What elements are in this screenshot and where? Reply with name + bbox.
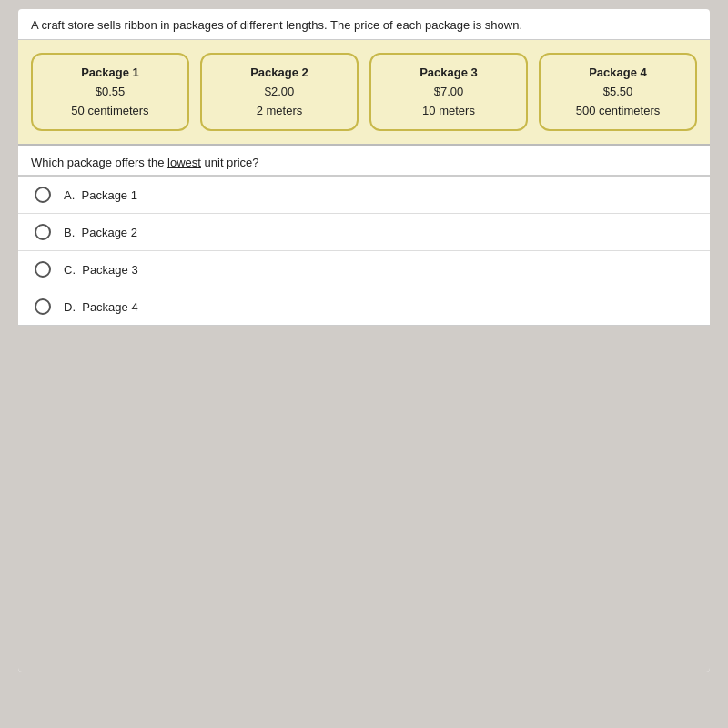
package-length-3: 10 meters (386, 102, 511, 121)
option-label-B: B. Package 2 (64, 226, 137, 239)
packages-area: Package 1 $0.55 50 centimeters Package 2… (18, 40, 710, 146)
rest-area (18, 326, 710, 672)
package-name-4: Package 4 (555, 64, 681, 83)
option-label-C: C. Package 3 (64, 263, 138, 277)
option-row-A[interactable]: A. Package 1 (18, 177, 710, 214)
package-price-1: $0.55 (47, 83, 173, 102)
question-suffix: unit price? (201, 156, 259, 169)
package-card-3: Package 3 $7.00 10 meters (369, 53, 528, 131)
option-row-B[interactable]: B. Package 2 (18, 214, 710, 251)
option-radio-D[interactable] (35, 298, 51, 315)
question-text: Which package offers the lowest unit pri… (31, 156, 259, 169)
package-card-2: Package 2 $2.00 2 meters (200, 53, 359, 131)
package-length-2: 2 meters (217, 102, 342, 121)
intro-content: A craft store sells ribbon in packages o… (31, 18, 522, 32)
package-name-1: Package 1 (47, 64, 173, 83)
package-price-3: $7.00 (386, 83, 511, 102)
intro-text: A craft store sells ribbon in packages o… (18, 9, 710, 40)
option-radio-B[interactable] (35, 224, 51, 240)
package-card-4: Package 4 $5.50 500 centimeters (539, 53, 697, 131)
question-section: Which package offers the lowest unit pri… (18, 146, 710, 176)
option-radio-A[interactable] (35, 187, 51, 203)
package-name-3: Package 3 (386, 64, 511, 83)
option-label-D: D. Package 4 (64, 300, 138, 314)
page-container: A craft store sells ribbon in packages o… (18, 9, 710, 672)
package-card-1: Package 1 $0.55 50 centimeters (31, 53, 189, 131)
package-length-1: 50 centimeters (47, 102, 173, 121)
option-row-D[interactable]: D. Package 4 (18, 288, 710, 326)
package-length-4: 500 centimeters (555, 102, 681, 121)
question-keyword: lowest (167, 156, 201, 169)
question-prefix: Which package offers the (31, 156, 167, 169)
package-name-2: Package 2 (217, 64, 342, 83)
package-price-4: $5.50 (555, 83, 681, 102)
option-row-C[interactable]: C. Package 3 (18, 251, 710, 288)
options-list: A. Package 1 B. Package 2 C. Package 3 D… (18, 176, 710, 326)
option-radio-C[interactable] (35, 261, 51, 278)
option-label-A: A. Package 1 (64, 188, 137, 202)
package-price-2: $2.00 (217, 83, 342, 102)
